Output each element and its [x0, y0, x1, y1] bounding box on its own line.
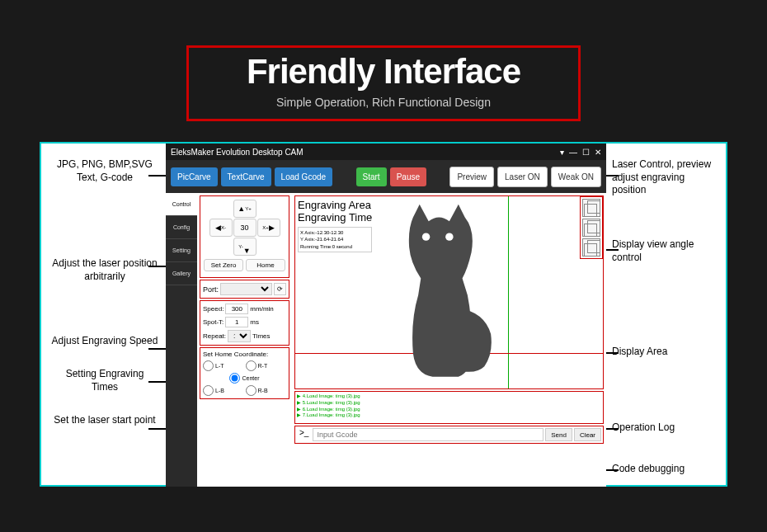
stats-box: X Axis:-12.30-12.30 Y Axis:-21.64-21.64 …	[298, 227, 372, 252]
home-rb[interactable]: R-B	[246, 385, 287, 396]
text-carve-button[interactable]: TextCarve	[221, 167, 271, 186]
stat-y: Y Axis:-21.64-21.64	[300, 236, 369, 242]
view-cube-1[interactable]	[582, 199, 600, 217]
speed-panel: Speed: mm/min Spot-T: ms Repeat: 1 Times	[200, 300, 289, 346]
main-area: Engraving Area Engraving Time X Axis:-12…	[292, 193, 606, 487]
callout-times: Setting Engraving Times	[51, 368, 158, 393]
canvas-area[interactable]: Engraving Area Engraving Time X Axis:-12…	[294, 195, 604, 389]
log-line: ▶ 4.Load Image: timg (3).jpg	[297, 393, 601, 400]
log-line: ▶ 6.Load Image: timg (3).jpg	[297, 407, 601, 413]
jog-x-minus[interactable]: ◀X-	[209, 219, 233, 237]
weak-on-button[interactable]: Weak ON	[551, 167, 601, 187]
gcode-prompt-icon: >_	[297, 428, 311, 441]
gcode-clear-button[interactable]: Clear	[574, 428, 601, 441]
repeat-label: Repeat:	[203, 332, 226, 340]
control-panel: ▲Y+ ◀X- 30 X+▶ Y-▼ Set Zero Home	[197, 193, 292, 487]
callout-gcode: Code debugging	[612, 463, 719, 476]
stat-runtime: Running Time:0 second	[300, 243, 369, 250]
callout-laser: Laser Control, preview adjust engraving …	[612, 158, 719, 197]
svg-point-0	[422, 233, 430, 240]
screenshot-frame: JPG, PNG, BMP,SVG Text, G-code Adjust th…	[40, 142, 727, 487]
jog-panel: ▲Y+ ◀X- 30 X+▶ Y-▼ Set Zero Home	[200, 195, 289, 278]
port-label: Port:	[203, 285, 219, 294]
window-max-icon[interactable]: ☐	[582, 148, 590, 157]
callout-jog: Adjust the laser position arbitrarily	[51, 257, 158, 283]
preview-image	[386, 198, 518, 379]
gcode-input-row: >_ Send Clear	[294, 426, 604, 444]
app-window: EleksMaker Evolution Desktop CAM ▾ — ☐ ✕…	[166, 144, 606, 487]
callout-view: Display view angle control	[612, 238, 719, 264]
titlebar: EleksMaker Evolution Desktop CAM ▾ — ☐ ✕	[166, 144, 606, 160]
hero-banner: Friendly Interface Simple Operation, Ric…	[0, 0, 767, 142]
repeat-select[interactable]: 1	[228, 330, 251, 342]
callout-display: Display Area	[612, 346, 719, 359]
tab-control[interactable]: Control	[166, 193, 197, 216]
jog-x-plus[interactable]: X+▶	[257, 219, 280, 237]
view-cube-3[interactable]	[582, 238, 600, 257]
gcode-send-button[interactable]: Send	[545, 428, 572, 441]
log-line: ▶ 5.Load Image: timg (3).jpg	[297, 400, 601, 407]
speed-unit: mm/min	[250, 305, 273, 313]
home-coord-panel: Set Home Coordinate: L-T R-T Center L-B …	[200, 347, 289, 399]
set-zero-button[interactable]: Set Zero	[204, 259, 243, 271]
callout-speed: Adjust Engraving Speed	[51, 335, 158, 348]
speed-label: Speed:	[203, 305, 224, 313]
repeat-unit: Times	[252, 332, 270, 340]
home-lt[interactable]: L-T	[203, 360, 244, 371]
tab-setting[interactable]: Setting	[166, 239, 197, 262]
port-select[interactable]	[220, 283, 272, 295]
laser-on-button[interactable]: Laser ON	[497, 167, 548, 187]
home-lb[interactable]: L-B	[203, 385, 244, 396]
engraving-area-label: Engraving Area	[298, 199, 372, 211]
view-cube-2[interactable]	[582, 219, 600, 237]
gcode-input[interactable]	[313, 428, 543, 441]
stat-x: X Axis:-12.30-12.30	[300, 229, 369, 236]
jog-y-plus[interactable]: ▲Y+	[233, 200, 256, 218]
port-row: Port: ⟳	[200, 280, 289, 299]
preview-button[interactable]: Preview	[449, 167, 494, 187]
pic-carve-button[interactable]: PicCarve	[171, 167, 218, 186]
callout-formats: JPG, PNG, BMP,SVG Text, G-code	[51, 158, 158, 184]
view-control-panel	[580, 196, 603, 259]
hero-title: Friendly Interface	[238, 52, 529, 92]
pause-button[interactable]: Pause	[390, 167, 426, 186]
spot-label: Spot-T:	[203, 318, 224, 326]
sidebar: Control Config Setting Gallery	[166, 193, 197, 487]
hero-box: Friendly Interface Simple Operation, Ric…	[186, 45, 581, 121]
svg-point-1	[445, 233, 453, 240]
log-line: ▶ 7.Load Image: timg (3).jpg	[297, 412, 601, 419]
jog-y-minus[interactable]: Y-▼	[233, 238, 256, 256]
hero-subtitle: Simple Operation, Rich Functional Design	[238, 96, 529, 119]
window-close-icon[interactable]: ✕	[595, 148, 601, 157]
operation-log: ▶ 4.Load Image: timg (3).jpg ▶ 5.Load Im…	[294, 391, 604, 424]
spot-unit: ms	[250, 318, 259, 326]
home-center[interactable]: Center	[203, 373, 286, 384]
tab-config[interactable]: Config	[166, 216, 197, 239]
speed-input[interactable]	[225, 304, 248, 314]
app-title: EleksMaker Evolution Desktop CAM	[171, 148, 304, 157]
engraving-time-label: Engraving Time	[298, 211, 372, 224]
start-button[interactable]: Start	[356, 167, 387, 186]
load-gcode-button[interactable]: Load Gcode	[275, 167, 333, 186]
home-button[interactable]: Home	[246, 259, 285, 271]
home-rt[interactable]: R-T	[246, 360, 287, 371]
toolbar: PicCarve TextCarve Load Gcode Start Paus…	[166, 160, 606, 193]
port-refresh-button[interactable]: ⟳	[274, 283, 286, 295]
home-title: Set Home Coordinate:	[203, 351, 286, 358]
tab-gallery[interactable]: Gallery	[166, 262, 197, 285]
callout-home: Set the laser start point	[51, 414, 158, 427]
info-overlay: Engraving Area Engraving Time X Axis:-12…	[298, 199, 372, 252]
jog-step-value[interactable]: 30	[233, 219, 256, 237]
spot-input[interactable]	[225, 317, 248, 327]
window-min-icon[interactable]: —	[569, 148, 577, 157]
callout-log: Operation Log	[612, 421, 719, 435]
window-chevron-icon[interactable]: ▾	[560, 148, 564, 157]
